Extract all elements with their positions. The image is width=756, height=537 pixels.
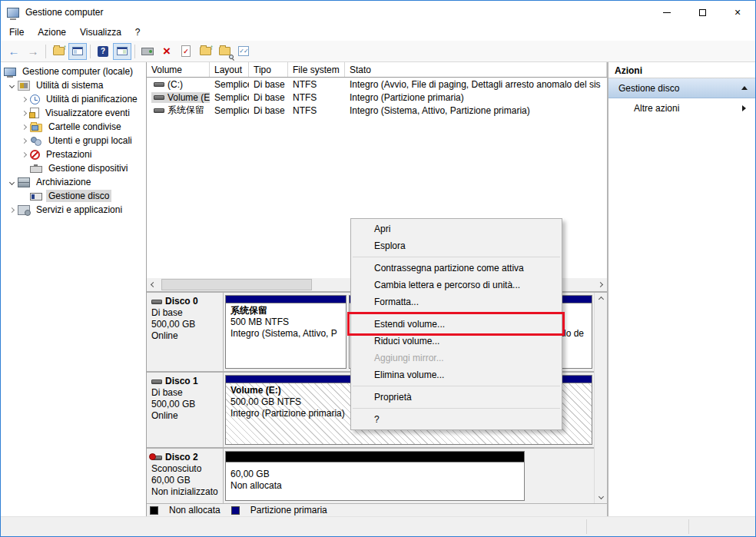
actions-pane: Azioni Gestione disco Altre azioni	[607, 62, 755, 516]
tree-item-utenti-gruppi[interactable]: Utenti e gruppi locali	[1, 134, 146, 148]
menu-visualizza[interactable]: Visualizza	[73, 25, 128, 40]
menu-item-help[interactable]: ?	[351, 411, 562, 428]
partition-system-reserved[interactable]: 系统保留 500 MB NTFS Integro (Sistema, Attiv…	[225, 295, 346, 369]
toolbar-separator	[134, 45, 135, 58]
disk-row-2: Disco 2 Sconosciuto 60,00 GB Non inizial…	[147, 449, 607, 503]
menu-item-apri[interactable]: Apri	[351, 220, 562, 237]
partition-legend: Non allocata Partizione primaria	[147, 503, 607, 516]
menu-item-proprieta[interactable]: Proprietà	[351, 389, 562, 406]
tree-item-pianificazione[interactable]: Utilità di pianificazione	[1, 92, 146, 106]
volume-row-system-reserved[interactable]: 系统保留 Semplice Di base NTFS Integro (Sist…	[147, 104, 607, 117]
column-layout[interactable]: Layout	[210, 62, 249, 77]
properties-button[interactable]: ✓	[177, 43, 195, 60]
column-volume[interactable]: Volume	[147, 62, 210, 77]
expander-collapsed[interactable]	[18, 139, 30, 143]
collapse-icon[interactable]	[741, 86, 748, 90]
console-tree: Gestione computer (locale) Utilità di si…	[1, 62, 147, 516]
menu-file[interactable]: File	[2, 25, 31, 40]
expander-expanded[interactable]	[5, 84, 18, 88]
properties-icon: ✓	[181, 45, 191, 57]
expander-collapsed[interactable]	[18, 153, 30, 157]
tree-item-gestione-dispositivi[interactable]: Gestione dispositivi	[1, 161, 146, 175]
menu-help[interactable]: ?	[128, 25, 148, 40]
local-users-icon	[30, 136, 42, 146]
tree-item-prestazioni[interactable]: Prestazioni	[1, 148, 146, 161]
show-action-pane-button[interactable]	[113, 43, 131, 60]
up-one-level-button[interactable]: ↑	[49, 43, 68, 60]
highlight-annotation	[347, 312, 565, 336]
disk2-label[interactable]: Disco 2 Sconosciuto 60,00 GB Non inizial…	[147, 449, 224, 503]
actions-group-gestione-disco[interactable]: Gestione disco	[608, 78, 755, 98]
menu-item-contrassegna-attiva[interactable]: Contrassegna partizione come attiva	[351, 260, 562, 277]
vertical-scrollbar[interactable]	[594, 293, 607, 503]
column-stato[interactable]: Stato	[345, 62, 607, 77]
delete-button[interactable]: ×	[158, 43, 176, 60]
show-console-tree-button[interactable]	[68, 43, 87, 60]
disk0-label[interactable]: Disco 0 Di base 500,00 GB Online	[147, 293, 224, 371]
menu-item-cambia-lettera[interactable]: Cambia lettera e percorso di unità...	[351, 277, 562, 293]
primary-partition-legend-swatch	[231, 506, 240, 515]
disk-management-icon	[30, 193, 42, 201]
toolbar: ← → ↑ ? × ✓ ↑ ✓✓	[1, 41, 755, 62]
close-button[interactable]: ×	[720, 1, 755, 24]
tree-item-servizi-applicazioni[interactable]: Servizi e applicazioni	[1, 203, 146, 217]
tree-item-archiviazione[interactable]: Archiviazione	[1, 175, 146, 189]
find-button[interactable]	[215, 43, 234, 60]
scroll-left-button[interactable]	[147, 278, 160, 291]
scroll-up-button[interactable]	[595, 293, 607, 306]
back-button[interactable]: ←	[5, 43, 23, 60]
menu-separator	[353, 408, 560, 409]
show-action-pane-icon	[117, 47, 128, 55]
expander-expanded[interactable]	[5, 181, 18, 184]
maximize-button[interactable]	[685, 1, 720, 24]
app-icon	[7, 8, 19, 18]
system-tools-icon	[18, 81, 30, 91]
partition-unallocated[interactable]: 60,00 GB Non allocata	[225, 451, 525, 501]
column-file-system[interactable]: File system	[288, 62, 345, 77]
forward-icon: →	[28, 45, 39, 58]
scrollbar-thumb[interactable]	[161, 279, 312, 290]
actions-item-altre-azioni[interactable]: Altre azioni	[608, 98, 755, 118]
window-title: Gestione computer	[25, 7, 103, 18]
tree-item-utilita-sistema[interactable]: Utilità di sistema	[1, 78, 146, 92]
disk1-label[interactable]: Disco 1 Di base 500,00 GB Online	[147, 373, 224, 447]
volume-list-header: Volume Layout Tipo File system Stato	[147, 62, 607, 78]
menu-item-elimina-volume[interactable]: Elimina volume...	[351, 366, 562, 383]
column-tipo[interactable]: Tipo	[249, 62, 288, 77]
slide-button[interactable]	[138, 43, 157, 60]
export-list-button[interactable]: ↑	[196, 43, 214, 60]
volume-row-c[interactable]: (C:) Semplice Di base NTFS Integro (Avvi…	[147, 78, 607, 91]
tasks-button[interactable]: ✓✓	[234, 43, 253, 60]
expander-collapsed[interactable]	[18, 125, 30, 129]
actions-title: Azioni	[608, 62, 755, 78]
delete-icon: ×	[163, 45, 171, 58]
scroll-right-button[interactable]	[594, 278, 607, 291]
tree-item-cartelle-condivise[interactable]: Cartelle condivise	[1, 120, 146, 134]
tree-item-visualizzatore-eventi[interactable]: Visualizzatore eventi	[1, 106, 146, 120]
menu-item-esplora[interactable]: Esplora	[351, 237, 562, 254]
find-icon	[219, 47, 230, 55]
slide-icon	[141, 48, 154, 55]
help-icon: ?	[98, 46, 108, 57]
tree-item-gestione-disco[interactable]: Gestione disco	[1, 189, 146, 203]
menu-azione[interactable]: Azione	[31, 25, 73, 40]
scroll-down-button[interactable]	[595, 490, 607, 503]
expander-collapsed[interactable]	[5, 208, 18, 212]
show-console-tree-icon	[72, 47, 83, 55]
task-scheduler-icon	[30, 94, 40, 104]
services-icon	[18, 205, 30, 215]
minimize-button[interactable]	[649, 1, 685, 24]
help-button[interactable]: ?	[94, 43, 112, 60]
volume-row-e[interactable]: Volume (E:) Semplice Di base NTFS Integr…	[147, 91, 607, 104]
toolbar-separator	[90, 45, 91, 58]
menu-separator	[353, 386, 560, 386]
tree-item-root[interactable]: Gestione computer (locale)	[1, 65, 146, 78]
unallocated-band	[226, 452, 524, 462]
expander-collapsed[interactable]	[18, 98, 30, 101]
menu-item-formatta[interactable]: Formatta...	[351, 293, 562, 310]
forward-button[interactable]: →	[24, 43, 42, 60]
expander-collapsed[interactable]	[18, 111, 30, 115]
drive-icon	[154, 82, 164, 87]
drive-icon	[154, 108, 164, 113]
menu-separator	[353, 257, 560, 257]
